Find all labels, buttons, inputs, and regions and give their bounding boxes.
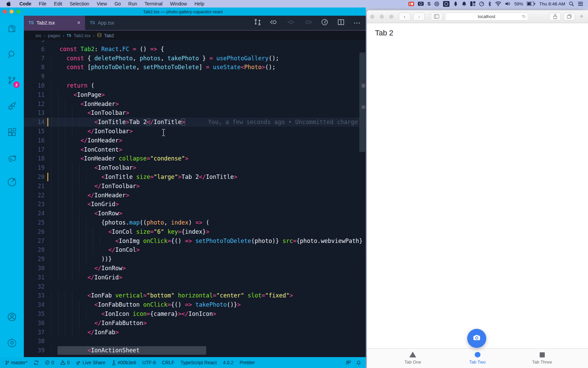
volume-icon[interactable] (505, 1, 510, 7)
accounts-button[interactable] (0, 304, 24, 330)
zoom-window-button[interactable] (389, 15, 393, 19)
code-line[interactable]: 7const { deletePhoto, photos, takePhoto … (24, 54, 366, 63)
control-list-icon[interactable] (578, 1, 583, 7)
code-line[interactable]: 29))} (24, 255, 366, 264)
code-line[interactable]: 22</IonHeader> (24, 191, 366, 200)
code-line[interactable]: 14<IonTitle>Tab 2</IonTitle>You, a few s… (24, 118, 366, 127)
address-bar[interactable]: localhost ↻ (445, 13, 528, 20)
navigate-position-icon[interactable] (287, 18, 295, 27)
code-line[interactable]: 23<IonGrid> (24, 200, 366, 209)
code-line[interactable]: 37</IonFab> (24, 328, 366, 337)
tab-app-tsx[interactable]: TS App.tsx (85, 16, 146, 30)
menu-window[interactable]: Window (166, 1, 191, 6)
refresh-icon[interactable]: ↻ (522, 14, 526, 19)
code-line[interactable]: 24<IonRow> (24, 209, 366, 218)
status-peacock[interactable]: #00b3e6 (112, 360, 136, 365)
code-line[interactable]: 16</IonHeader> (24, 136, 366, 145)
breadcrumb-file[interactable]: Tab2.tsx (74, 33, 91, 38)
sidebar-item-live-share[interactable] (0, 145, 24, 171)
status-feedback[interactable] (345, 360, 351, 365)
code-line[interactable]: 36</IonFabButton> (24, 319, 366, 328)
camera-app-icon[interactable] (418, 1, 424, 7)
sidebar-toggle-button[interactable] (431, 13, 442, 20)
minimize-window-button[interactable] (380, 15, 384, 19)
code-line[interactable]: 18<IonHeader collapse="condense"> (24, 154, 366, 163)
tab-tab2-tsx[interactable]: TS Tab2.tsx × (24, 16, 85, 30)
sidebar-item-run-debug[interactable] (0, 93, 24, 119)
menu-code[interactable]: Code (16, 1, 35, 6)
code-line[interactable]: 12<IonHeader> (24, 99, 366, 109)
timer-status-icon[interactable] (479, 1, 484, 7)
ionic-tab-tab-three[interactable]: Tab Three (523, 352, 561, 365)
code-line[interactable]: 21</IonToolbar> (24, 182, 366, 191)
menu-clock[interactable]: Thu 8:46 AM (539, 1, 565, 6)
code-line[interactable]: 11<IonPage> (24, 90, 366, 99)
close-window-button[interactable] (370, 15, 374, 19)
status-prettier[interactable]: Prettier (240, 360, 255, 365)
close-tab-icon[interactable]: × (77, 20, 80, 26)
code-line[interactable]: 20<IonTitle size="large">Tab 2</IonTitle… (24, 172, 366, 182)
battery-icon[interactable] (527, 1, 535, 7)
menu-terminal[interactable]: Terminal (141, 1, 166, 6)
spotlight-search-icon[interactable] (569, 1, 574, 7)
code-line[interactable]: 6const Tab2: React.FC = () => { (24, 45, 366, 54)
code-line[interactable]: 32 (24, 282, 366, 291)
code-line[interactable]: 33<IonFab vertical="bottom" horizontal="… (24, 291, 366, 300)
stats-app-icon[interactable]: S (427, 1, 430, 7)
status-4-0-2[interactable]: 4.0.2 (223, 360, 233, 365)
apple-menu-icon[interactable] (6, 1, 11, 7)
code-line[interactable]: 15</IonToolbar> (24, 127, 366, 136)
ionic-tab-tab-two[interactable]: Tab Two (459, 352, 496, 365)
code-line[interactable]: 5 (24, 40, 366, 45)
code-line[interactable]: 30</IonRow> (24, 264, 366, 273)
code-line[interactable]: 10return ( (24, 81, 366, 90)
sidebar-item-extensions[interactable] (0, 119, 24, 145)
breadcrumb-src[interactable]: src (35, 33, 42, 38)
rocket-status-icon[interactable] (453, 1, 458, 7)
navigate-back-icon[interactable] (270, 18, 278, 27)
breadcrumb[interactable]: src › pages › TS Tab2.tsx › Tab2 (24, 31, 366, 40)
new-tab-button[interactable]: + (578, 13, 585, 20)
compare-changes-icon[interactable] (254, 18, 261, 27)
editor-scrollbar[interactable] (359, 52, 365, 152)
forward-button[interactable]: › (413, 13, 425, 20)
menu-go[interactable]: Go (111, 1, 125, 6)
camera-fab-button[interactable] (467, 329, 486, 348)
menu-run[interactable]: Run (125, 1, 141, 6)
active-ring-status-icon[interactable] (443, 1, 450, 7)
code-line[interactable]: 13<IonToolbar> (24, 108, 366, 118)
sidebar-item-source-control[interactable]: 2 (0, 67, 24, 93)
code-line[interactable]: 8const [photoToDelete, setPhotoToDelete]… (24, 63, 366, 72)
split-editor-icon[interactable] (337, 18, 345, 27)
settings-gear-button[interactable] (0, 330, 24, 356)
status-bell[interactable] (356, 360, 361, 365)
menu-selection[interactable]: Selection (66, 1, 93, 6)
status-live-share[interactable]: Live Share (76, 360, 105, 365)
window-layout-icon[interactable] (470, 1, 475, 7)
code-line[interactable]: 35<IonIcon icon={camera}></IonIcon> (24, 309, 366, 319)
status-warning[interactable]: 0 (60, 360, 70, 365)
status-crlf[interactable]: CRLF (162, 360, 175, 365)
navigate-forward-icon[interactable] (304, 18, 312, 27)
wifi-icon[interactable] (495, 1, 501, 7)
sidebar-item-search[interactable] (0, 42, 24, 67)
notification-bell-icon[interactable] (462, 1, 467, 7)
back-button[interactable]: ‹ (399, 13, 410, 20)
status-error[interactable]: 0 (45, 360, 54, 365)
sidebar-item-explorer[interactable] (0, 16, 24, 42)
code-line[interactable]: 26<IonCol size="6" key={index}> (24, 227, 366, 236)
code-line[interactable]: 27<IonImg onClick={() => setPhotoToDelet… (24, 236, 366, 246)
share-button[interactable] (549, 13, 561, 20)
status-sync[interactable] (34, 360, 39, 365)
run-file-icon[interactable] (321, 18, 328, 27)
sidebar-item-ionic[interactable] (0, 171, 24, 191)
ionic-tab-tab-one[interactable]: Tab One (394, 352, 431, 365)
status-typescript-react[interactable]: TypeScript React (181, 360, 217, 365)
code-line[interactable]: 19<IonToolbar> (24, 163, 366, 172)
code-line[interactable]: 31</IonGrid> (24, 273, 366, 282)
breadcrumb-symbol[interactable]: Tab2 (104, 33, 114, 38)
screen-recorder-icon[interactable] (408, 1, 414, 7)
code-editor[interactable]: 56const Tab2: React.FC = () => {7const {… (24, 40, 366, 357)
code-line[interactable]: 38 (24, 337, 366, 346)
tab-overview-button[interactable] (564, 13, 575, 20)
